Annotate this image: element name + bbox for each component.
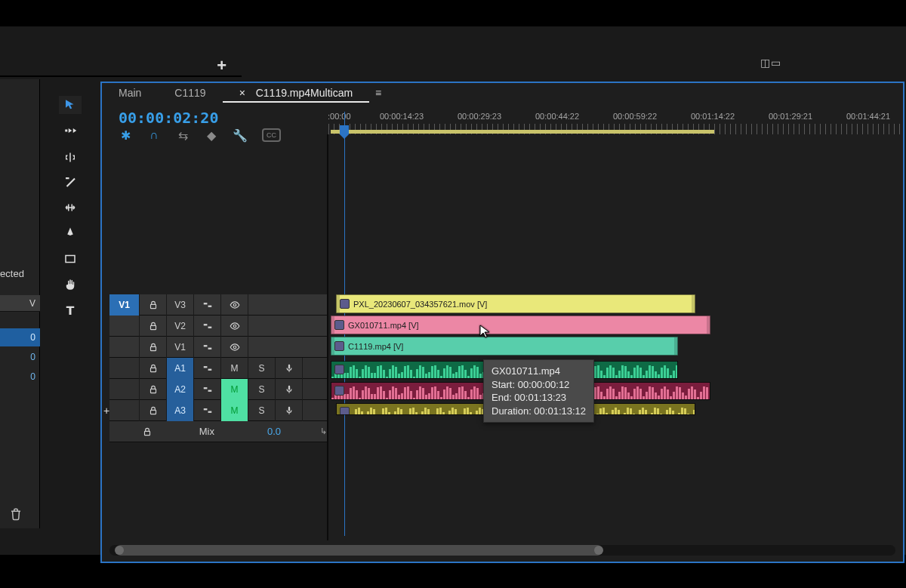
project-row[interactable]: 0 bbox=[0, 368, 40, 386]
trash-icon[interactable] bbox=[9, 507, 23, 524]
fx-badge-icon[interactable] bbox=[340, 407, 350, 415]
current-timecode[interactable]: 00:00:02:20 bbox=[119, 109, 218, 127]
svg-rect-379 bbox=[669, 408, 671, 415]
fx-badge-icon[interactable] bbox=[340, 299, 350, 309]
svg-rect-288 bbox=[394, 411, 396, 415]
svg-rect-7 bbox=[208, 326, 211, 328]
zoom-thumb[interactable] bbox=[116, 545, 602, 556]
fx-badge-icon[interactable] bbox=[334, 386, 344, 396]
tab-multicam[interactable]: × C1119.mp4Multicam bbox=[223, 83, 369, 103]
solo-button[interactable]: S bbox=[248, 400, 276, 421]
expand-icon[interactable]: ↳ bbox=[320, 426, 327, 436]
voice-over-icon[interactable] bbox=[276, 358, 303, 379]
fx-badge-icon[interactable] bbox=[334, 341, 344, 351]
captions-icon[interactable]: CC bbox=[262, 128, 281, 142]
svg-rect-54 bbox=[413, 377, 415, 379]
toggle-track-output-icon[interactable] bbox=[221, 294, 248, 316]
mute-button[interactable]: M bbox=[221, 358, 248, 379]
sync-lock-icon[interactable] bbox=[194, 400, 221, 421]
track-target-button[interactable] bbox=[109, 358, 140, 379]
track-label[interactable]: V3 bbox=[167, 294, 194, 316]
razor-tool[interactable] bbox=[59, 173, 82, 191]
svg-rect-1 bbox=[150, 304, 156, 308]
track-label[interactable]: A1 bbox=[167, 358, 194, 379]
track-label[interactable]: V2 bbox=[167, 316, 194, 337]
sequence-tabs: Main C1119 × C1119.mp4Multicam ≡ bbox=[102, 83, 381, 103]
clip-area[interactable]: PXL_20230607_034357621.mov [V]GX010711.m… bbox=[328, 291, 903, 536]
tab-main[interactable]: Main bbox=[102, 83, 158, 103]
solo-button[interactable]: S bbox=[248, 379, 276, 400]
insert-overwrite-icon[interactable]: ✱ bbox=[119, 128, 132, 142]
video-track-header: V1V3 bbox=[109, 294, 327, 316]
track-label[interactable]: A3 bbox=[167, 400, 194, 421]
sync-lock-icon[interactable] bbox=[194, 379, 221, 400]
playhead-handle[interactable] bbox=[340, 125, 349, 134]
lock-icon[interactable] bbox=[140, 421, 156, 442]
project-row[interactable]: 0 bbox=[0, 328, 40, 346]
pen-tool[interactable] bbox=[59, 224, 82, 242]
add-panel-button[interactable]: + bbox=[217, 56, 226, 75]
track-target-button[interactable] bbox=[109, 337, 140, 358]
lock-icon[interactable] bbox=[140, 358, 167, 379]
work-area-bar[interactable] bbox=[331, 130, 714, 134]
tab-c1119[interactable]: C1119 bbox=[158, 83, 222, 103]
track-target-button[interactable]: V1 bbox=[109, 294, 140, 316]
sync-lock-icon[interactable] bbox=[194, 294, 221, 316]
linked-selection-icon[interactable]: ⇆ bbox=[176, 128, 190, 142]
track-label[interactable]: V1 bbox=[167, 337, 194, 358]
mute-button[interactable]: M bbox=[221, 379, 248, 400]
zoom-scrollbar[interactable] bbox=[109, 545, 895, 556]
hand-tool[interactable] bbox=[59, 276, 82, 294]
video-clip[interactable]: C1119.mp4 [V] bbox=[331, 337, 678, 356]
zoom-grip-right[interactable] bbox=[594, 546, 603, 555]
time-ruler[interactable]: :00:0000:00:14:2300:00:29:2300:00:44:220… bbox=[328, 112, 903, 134]
lock-icon[interactable] bbox=[140, 379, 167, 400]
voice-over-icon[interactable] bbox=[276, 379, 303, 400]
toggle-track-output-icon[interactable] bbox=[221, 316, 248, 337]
solo-button[interactable]: S bbox=[248, 358, 276, 379]
svg-rect-43 bbox=[380, 365, 382, 379]
svg-rect-71 bbox=[464, 370, 467, 379]
slip-tool[interactable] bbox=[59, 199, 82, 217]
fx-badge-icon[interactable] bbox=[334, 320, 344, 330]
project-column-header[interactable]: V bbox=[0, 295, 40, 312]
sync-lock-icon[interactable] bbox=[194, 358, 221, 379]
panel-menu-icon[interactable]: ≡ bbox=[375, 87, 381, 99]
lock-icon[interactable] bbox=[140, 316, 167, 337]
ripple-edit-tool[interactable] bbox=[59, 147, 82, 165]
mix-value[interactable]: 0.0 bbox=[267, 426, 281, 437]
project-row[interactable]: 0 bbox=[0, 348, 40, 366]
snap-icon[interactable]: ∩ bbox=[147, 128, 161, 142]
svg-rect-355 bbox=[596, 414, 599, 415]
sync-lock-icon[interactable] bbox=[194, 316, 221, 337]
track-target-button[interactable] bbox=[109, 400, 140, 421]
track-label[interactable]: A2 bbox=[167, 379, 194, 400]
settings-icon[interactable]: 🔧 bbox=[233, 128, 247, 142]
workspace-switch-icon[interactable]: ◫▭ bbox=[760, 57, 781, 69]
fx-badge-icon[interactable] bbox=[334, 365, 344, 374]
video-clip[interactable]: PXL_20230607_034357621.mov [V] bbox=[336, 294, 695, 313]
voice-over-icon[interactable] bbox=[276, 400, 303, 421]
sync-lock-icon[interactable] bbox=[194, 337, 221, 358]
svg-rect-307 bbox=[451, 408, 454, 415]
video-clip[interactable]: GX010711.mp4 [V] bbox=[331, 316, 710, 334]
close-icon[interactable]: × bbox=[239, 87, 245, 99]
lock-icon[interactable] bbox=[140, 294, 167, 316]
svg-rect-256 bbox=[673, 392, 675, 400]
svg-rect-176 bbox=[431, 387, 433, 400]
selection-tool[interactable] bbox=[59, 96, 82, 114]
toggle-track-output-icon[interactable] bbox=[221, 337, 248, 358]
track-target-button[interactable] bbox=[109, 379, 140, 400]
lock-icon[interactable] bbox=[140, 337, 167, 358]
svg-rect-0 bbox=[66, 256, 75, 263]
svg-rect-249 bbox=[652, 387, 654, 400]
mute-button[interactable]: M bbox=[221, 400, 248, 421]
track-select-forward-tool[interactable] bbox=[59, 122, 82, 140]
add-track-icon[interactable]: + bbox=[103, 405, 109, 417]
type-tool[interactable] bbox=[59, 301, 82, 319]
marker-icon[interactable]: ◆ bbox=[205, 128, 218, 142]
track-target-button[interactable] bbox=[109, 316, 140, 337]
lock-icon[interactable] bbox=[140, 400, 167, 421]
rectangle-tool[interactable] bbox=[59, 250, 82, 268]
zoom-grip-left[interactable] bbox=[115, 546, 124, 555]
